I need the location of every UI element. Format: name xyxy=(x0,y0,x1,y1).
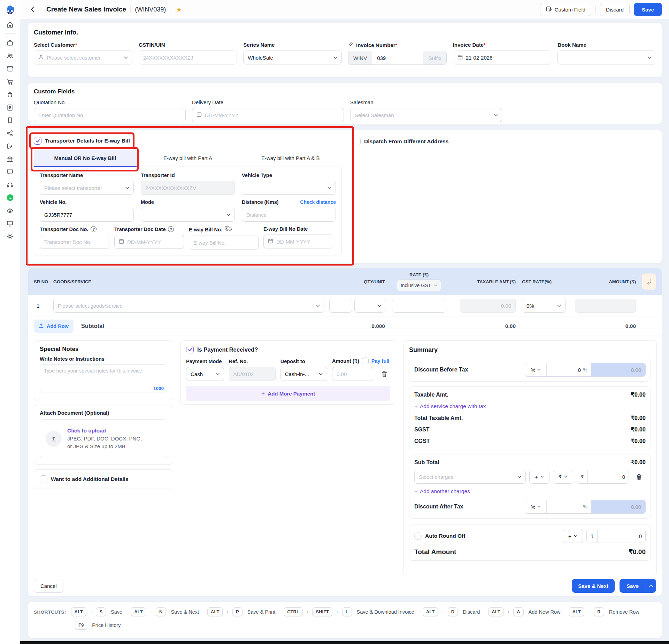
delete-payment-icon[interactable] xyxy=(378,367,390,381)
delivery-date-input[interactable]: DD-MM-YYYY xyxy=(192,108,344,122)
pay-full-checkbox[interactable] xyxy=(362,358,369,364)
eway-bill-no-input[interactable] xyxy=(189,236,259,250)
bookmark-icon[interactable] xyxy=(6,116,14,124)
add-another-charges-link[interactable]: +Add another charges xyxy=(414,488,646,495)
add-service-charge-link[interactable]: +Add service charge with tax xyxy=(414,403,646,410)
charge-amount-input[interactable] xyxy=(588,470,629,483)
discount-before-unit-dropdown[interactable]: % xyxy=(525,363,547,376)
help-icon[interactable]: ? xyxy=(168,226,174,232)
rate-mode-dropdown[interactable]: Inclusive GST xyxy=(397,279,441,291)
tab-eway-part-a[interactable]: E-way bill with Part A xyxy=(137,150,239,167)
transporter-name-dropdown[interactable]: Please select transporter xyxy=(40,181,134,195)
rate-input[interactable] xyxy=(392,299,446,313)
additional-details-toggle[interactable]: Want to add Additional Details xyxy=(40,475,129,483)
distance-input[interactable] xyxy=(242,208,336,222)
invoice-number-input[interactable]: 039 xyxy=(372,51,423,64)
check-distance-link[interactable]: Check distance xyxy=(300,199,336,205)
vehicle-no-input[interactable] xyxy=(40,208,134,222)
charge-currency-dropdown[interactable]: ₹ xyxy=(553,470,573,484)
cancel-button[interactable]: Cancel xyxy=(34,579,63,593)
items-briefcase-icon[interactable] xyxy=(6,39,14,47)
monitor-icon[interactable] xyxy=(6,220,14,227)
transporter-doc-date-input[interactable]: DD-MM-YYYY xyxy=(114,235,184,249)
edit-pencil-icon[interactable] xyxy=(348,42,353,48)
vehicle-type-dropdown[interactable] xyxy=(242,181,336,195)
upload-dropzone[interactable]: Click to upload JPEG, PDF, DOC, DOCX, PN… xyxy=(40,419,167,458)
save-button[interactable]: Save xyxy=(634,3,662,16)
app-logo-icon[interactable] xyxy=(4,3,16,15)
upload-icon[interactable] xyxy=(46,431,62,447)
invoice-suffix-input[interactable]: Suffix xyxy=(423,51,446,64)
gst-rate-dropdown[interactable]: 0% xyxy=(522,299,566,313)
select-charges-dropdown[interactable]: Select charges xyxy=(414,470,526,484)
payment-amount-input[interactable] xyxy=(332,367,373,381)
invoices-book-icon[interactable] xyxy=(6,104,14,111)
save-next-button[interactable]: Save & Next xyxy=(572,579,615,593)
discount-after-unit-dropdown[interactable]: % xyxy=(525,500,547,513)
inventory-archive-icon[interactable] xyxy=(6,65,14,72)
transporter-checkbox[interactable] xyxy=(34,137,41,145)
invoice-number-group: WINV 039 Suffix xyxy=(348,51,447,65)
round-amount-input[interactable] xyxy=(598,529,645,543)
quotation-no-input[interactable] xyxy=(34,108,186,122)
save-options-chevron[interactable] xyxy=(646,579,656,593)
pay-full-link[interactable]: Pay full xyxy=(371,358,390,364)
notes-textarea[interactable] xyxy=(40,365,167,392)
settings-gear-icon[interactable] xyxy=(6,232,14,240)
transporter-toggle[interactable]: Transporter Details for E-way Bill xyxy=(34,137,656,145)
salesman-dropdown[interactable]: Select Salesman xyxy=(350,108,502,122)
add-more-payment-label: Add More Payment xyxy=(268,391,315,397)
back-button[interactable] xyxy=(27,4,38,15)
tab-manual-no-eway[interactable]: Manual OR No E-way Bill xyxy=(34,150,137,167)
series-name-dropdown[interactable]: WholeSale xyxy=(243,51,342,64)
book-name-dropdown[interactable] xyxy=(558,51,656,64)
payment-received-checkbox[interactable] xyxy=(186,346,194,353)
whatsapp-icon[interactable] xyxy=(6,194,14,201)
payment-received-toggle[interactable]: Is Payment Received? xyxy=(186,346,390,353)
click-to-upload-link[interactable]: Click to upload xyxy=(67,428,142,434)
headset-support-icon[interactable] xyxy=(6,181,14,189)
add-more-payment-button[interactable]: + Add More Payment xyxy=(186,386,390,401)
table-options-button[interactable] xyxy=(642,274,656,290)
bank-icon[interactable] xyxy=(6,155,14,163)
transporter-doc-no-input[interactable] xyxy=(40,235,109,249)
sales-bag-icon[interactable] xyxy=(6,91,14,98)
discount-before-value-input[interactable] xyxy=(547,363,583,376)
attach-document-card: Attach Document (Optional) Click to uplo… xyxy=(34,405,173,465)
goods-service-dropdown[interactable]: Please select goods/service xyxy=(53,299,324,313)
eye-icon[interactable] xyxy=(6,207,14,214)
invoice-date-input[interactable]: 21-02-2026 xyxy=(453,51,552,64)
invoice-prefix[interactable]: WINV xyxy=(348,51,372,64)
delete-charge-icon[interactable] xyxy=(632,470,646,484)
customers-users-icon[interactable] xyxy=(6,52,14,60)
payment-mode-dropdown[interactable]: Cash xyxy=(186,367,224,381)
dispatch-toggle[interactable]: Dispatch From Different Address xyxy=(353,138,448,145)
custom-field-button[interactable]: Custom Field xyxy=(540,3,591,16)
gstin-input[interactable] xyxy=(139,51,237,64)
discard-button[interactable]: Discard xyxy=(600,3,630,16)
qty-input[interactable] xyxy=(329,299,352,313)
home-icon[interactable] xyxy=(6,21,14,28)
chat-icon[interactable] xyxy=(6,168,14,176)
eway-bill-date-input[interactable]: DD-MM-YYYY xyxy=(263,235,333,248)
deposit-to-dropdown[interactable]: Cash-in-... xyxy=(280,367,327,381)
tab-eway-part-a-b[interactable]: E-way bill with Part A & B xyxy=(239,150,342,167)
share-nodes-icon[interactable] xyxy=(6,129,14,137)
login-arrow-icon[interactable] xyxy=(6,142,14,150)
auto-round-off-checkbox[interactable] xyxy=(414,532,422,540)
help-icon[interactable]: ? xyxy=(91,226,97,232)
select-customer-dropdown[interactable]: Please select customer xyxy=(34,51,132,64)
add-row-button[interactable]: Add Row xyxy=(34,320,74,333)
discount-after-value-input[interactable] xyxy=(547,500,583,513)
discount-after-tax-label: Discount After Tax xyxy=(414,504,463,510)
charge-sign-dropdown[interactable]: + xyxy=(529,470,549,484)
save-bottom-button[interactable]: Save xyxy=(620,579,646,593)
mode-dropdown[interactable] xyxy=(141,208,235,222)
unit-dropdown[interactable] xyxy=(354,299,385,313)
purchases-cart-icon[interactable] xyxy=(6,78,14,85)
auto-round-off-toggle[interactable]: Auto Round Off xyxy=(414,532,465,540)
additional-details-checkbox[interactable] xyxy=(40,475,47,483)
dispatch-checkbox[interactable] xyxy=(353,138,361,145)
favorite-star-icon[interactable]: ★ xyxy=(176,6,182,14)
round-sign-dropdown[interactable]: + xyxy=(563,529,583,543)
